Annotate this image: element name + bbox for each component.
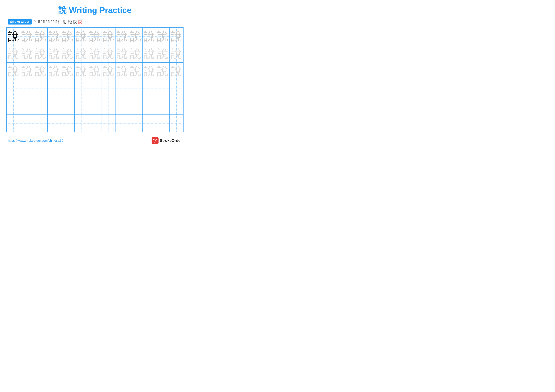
brand-icon: 字 <box>152 137 159 144</box>
grid-cell[interactable]: 說 <box>170 63 183 80</box>
practice-grid: 說 說 說 說 說 說 說 說 說 說 說 說 說 說 說 說 說 <box>6 27 183 132</box>
grid-cell[interactable]: 說 <box>115 28 129 45</box>
grid-cell[interactable] <box>170 80 183 97</box>
grid-cell[interactable] <box>102 80 115 97</box>
grid-cell[interactable] <box>102 97 115 115</box>
grid-cell[interactable]: 說 <box>156 28 170 45</box>
grid-cell[interactable]: 說 <box>88 45 102 63</box>
grid-cell[interactable] <box>170 97 183 115</box>
grid-cell[interactable]: 說 <box>47 45 61 63</box>
brand-label: StrokeOrder <box>160 138 182 143</box>
grid-cell[interactable]: 說 <box>88 63 102 80</box>
grid-cell[interactable]: 說 <box>129 28 143 45</box>
grid-cell[interactable]: 說 <box>170 28 183 45</box>
grid-cell[interactable]: 說 <box>74 63 88 80</box>
grid-cell[interactable]: 說 <box>142 28 156 45</box>
grid-cell[interactable] <box>47 97 61 115</box>
grid-cell[interactable]: 說 <box>61 63 74 80</box>
grid-cell[interactable]: 說 <box>129 63 143 80</box>
grid-cell[interactable]: 說 <box>7 28 20 45</box>
grid-cell[interactable] <box>129 115 143 132</box>
grid-cell[interactable]: 說 <box>7 45 20 63</box>
grid-cell[interactable] <box>115 115 129 132</box>
grid-cell[interactable] <box>61 97 74 115</box>
footer-url-link[interactable]: https://www.strokeorder.com/chinese/說 <box>8 139 63 143</box>
grid-cell[interactable] <box>129 97 143 115</box>
grid-cell[interactable]: 說 <box>142 63 156 80</box>
grid-cell[interactable]: 說 <box>61 45 74 63</box>
grid-cell[interactable]: 說 <box>88 28 102 45</box>
grid-cell[interactable]: 說 <box>34 28 47 45</box>
grid-cell[interactable]: 說 <box>129 45 143 63</box>
grid-cell[interactable]: 說 <box>115 63 129 80</box>
grid-cell[interactable] <box>88 115 102 132</box>
grid-cell[interactable]: 說 <box>47 28 61 45</box>
grid-cell[interactable] <box>7 80 20 97</box>
grid-cell[interactable] <box>88 80 102 97</box>
grid-cell[interactable] <box>170 115 183 132</box>
grid-cell[interactable]: 說 <box>34 63 47 80</box>
grid-cell[interactable] <box>20 115 34 132</box>
grid-cell[interactable]: 說 <box>74 28 88 45</box>
grid-cell[interactable] <box>34 80 47 97</box>
grid-cell[interactable]: 說 <box>7 63 20 80</box>
grid-cell[interactable]: 說 <box>20 28 34 45</box>
grid-cell[interactable]: 說 <box>102 63 115 80</box>
grid-cell[interactable]: 說 <box>74 45 88 63</box>
grid-cell[interactable] <box>142 80 156 97</box>
grid-cell[interactable]: 說 <box>20 45 34 63</box>
grid-cell[interactable] <box>102 115 115 132</box>
grid-cell[interactable] <box>88 97 102 115</box>
grid-cell[interactable] <box>20 97 34 115</box>
grid-cell[interactable] <box>156 80 170 97</box>
stroke-order-row: Stroke Order 丶 𠃌 𠄌 𠄎 𠄑 𠄒 𠄓 𠄔 𠄘 訁 訂 訑 說 說 <box>6 19 183 24</box>
grid-cell[interactable]: 說 <box>142 45 156 63</box>
page-title: 說 Writing Practice <box>6 5 183 16</box>
grid-cell[interactable]: 說 <box>170 45 183 63</box>
grid-cell[interactable] <box>61 80 74 97</box>
grid-cell[interactable] <box>115 80 129 97</box>
grid-cell[interactable] <box>47 115 61 132</box>
grid-cell[interactable]: 說 <box>61 28 74 45</box>
footer-brand: 字 StrokeOrder <box>152 137 182 144</box>
grid-cell[interactable]: 說 <box>34 45 47 63</box>
grid-cell[interactable] <box>74 115 88 132</box>
grid-cell[interactable]: 說 <box>115 45 129 63</box>
grid-cell[interactable] <box>20 80 34 97</box>
footer: https://www.strokeorder.com/chinese/說 字 … <box>6 137 183 144</box>
stroke-sequence: 丶 𠃌 𠄌 𠄎 𠄑 𠄒 𠄓 𠄔 𠄘 訁 訂 訑 說 說 <box>33 19 82 24</box>
grid-cell[interactable] <box>142 97 156 115</box>
grid-cell[interactable] <box>74 80 88 97</box>
grid-cell[interactable] <box>47 80 61 97</box>
grid-cell[interactable]: 說 <box>47 63 61 80</box>
grid-cell[interactable]: 說 <box>156 63 170 80</box>
grid-cell[interactable]: 說 <box>156 45 170 63</box>
grid-cell[interactable] <box>7 97 20 115</box>
stroke-order-badge: Stroke Order <box>8 19 32 24</box>
grid-cell[interactable] <box>129 80 143 97</box>
grid-cell[interactable] <box>156 97 170 115</box>
grid-cell[interactable] <box>34 115 47 132</box>
grid-cell[interactable] <box>61 115 74 132</box>
grid-cell[interactable]: 說 <box>102 45 115 63</box>
grid-cell[interactable]: 說 <box>102 28 115 45</box>
grid-cell[interactable] <box>7 115 20 132</box>
grid-cell[interactable] <box>74 97 88 115</box>
grid-cell[interactable] <box>156 115 170 132</box>
grid-cell[interactable] <box>34 97 47 115</box>
grid-cell[interactable] <box>142 115 156 132</box>
grid-cell[interactable] <box>115 97 129 115</box>
grid-cell[interactable]: 說 <box>20 63 34 80</box>
